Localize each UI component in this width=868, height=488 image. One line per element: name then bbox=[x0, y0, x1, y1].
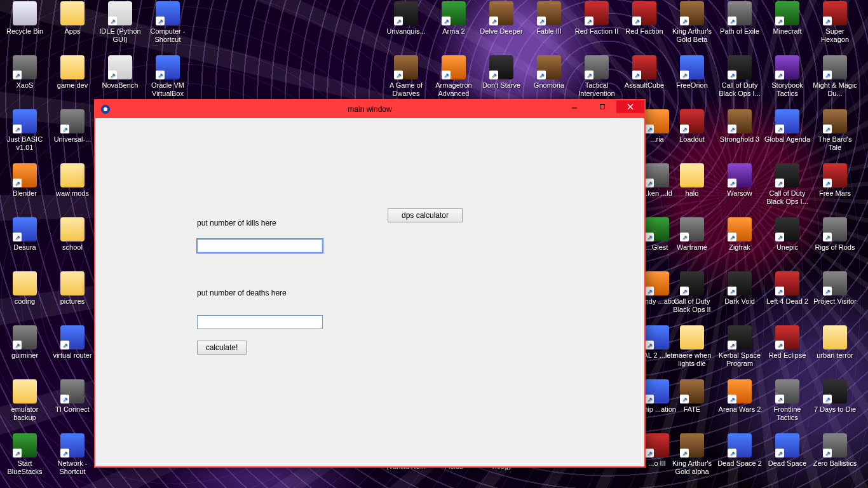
desktop-icon[interactable]: ↗Red Eclipse bbox=[764, 325, 811, 360]
dps-calculator-button[interactable]: dps calculator bbox=[388, 208, 463, 222]
desktop-icon[interactable]: game dev bbox=[49, 55, 96, 90]
desktop-icon[interactable]: ↗Red Faction bbox=[621, 1, 668, 36]
desktop-icon[interactable]: maere when lights die bbox=[668, 325, 715, 368]
shortcut-arrow-icon: ↗ bbox=[680, 287, 689, 295]
desktop-icon[interactable]: ↗guiminer bbox=[1, 325, 48, 360]
desktop-icon[interactable]: Recycle Bin bbox=[1, 1, 48, 36]
desktop-icon[interactable]: ↗FATE bbox=[668, 379, 715, 414]
desktop-icon-label: Network - Shortcut bbox=[49, 459, 96, 476]
desktop-icon[interactable]: ↗Arma 2 bbox=[430, 1, 477, 36]
desktop-icon[interactable]: ↗Might & Magic Du... bbox=[811, 55, 858, 98]
desktop-icon[interactable]: ↗Don't Starve bbox=[478, 55, 525, 90]
desktop-icon[interactable]: ↗Path of Exile bbox=[716, 1, 763, 36]
close-icon bbox=[627, 104, 634, 110]
desktop-icon[interactable]: ↗Minecraft bbox=[764, 1, 811, 36]
desktop-icon[interactable]: ↗Delve Deeper bbox=[478, 1, 525, 36]
desktop-icon[interactable]: ↗virtual router bbox=[49, 325, 96, 360]
desktop-icon[interactable]: Apps bbox=[49, 1, 96, 36]
desktop-icon[interactable]: ↗Start BlueStacks bbox=[1, 433, 48, 476]
desktop-icon[interactable]: ↗Call of Duty Black Ops II bbox=[668, 271, 715, 314]
desktop-icon[interactable]: ↗IDLE (Python GUI) bbox=[97, 1, 144, 44]
desktop-icon-label: Tactical Intervention bbox=[573, 81, 620, 98]
desktop-icon[interactable]: ↗Dead Space bbox=[764, 433, 811, 468]
desktop-icon[interactable]: ↗Gnomoria bbox=[526, 55, 573, 90]
desktop-icon[interactable]: ↗Zero Ballistics bbox=[811, 433, 858, 468]
desktop-icon-label: Global Agenda bbox=[764, 135, 811, 144]
desktop-icon[interactable]: ↗FreeOrion bbox=[668, 55, 715, 90]
icon-glyph: ↗ bbox=[537, 55, 561, 79]
desktop-icon[interactable]: ↗Global Agenda bbox=[764, 109, 811, 144]
desktop-icon[interactable]: emulator backup bbox=[1, 379, 48, 422]
desktop-icon[interactable]: ↗Armagetron Advanced bbox=[430, 55, 477, 98]
desktop-icon[interactable]: ↗Red Faction II bbox=[573, 1, 620, 36]
shortcut-arrow-icon: ↗ bbox=[728, 449, 736, 458]
desktop-icon-label: Red Eclipse bbox=[764, 351, 811, 360]
desktop-icon[interactable]: ↗Warframe bbox=[668, 217, 715, 252]
icon-glyph bbox=[60, 163, 85, 187]
desktop-icon[interactable]: ↗Fable III bbox=[526, 1, 573, 36]
desktop-icon-label: Recycle Bin bbox=[1, 27, 48, 36]
kills-input[interactable] bbox=[197, 239, 323, 253]
desktop-icon[interactable]: ↗Network - Shortcut bbox=[49, 433, 96, 476]
shortcut-arrow-icon: ↗ bbox=[645, 449, 654, 458]
desktop-icon[interactable]: ↗The Bard's Tale bbox=[811, 109, 858, 152]
desktop-icon[interactable]: ↗Universal-... bbox=[49, 109, 96, 144]
desktop-icon[interactable]: ↗Oracle VM VirtualBox bbox=[144, 55, 191, 98]
desktop-icon[interactable]: ↗Arena Wars 2 bbox=[716, 379, 763, 414]
maximize-button[interactable] bbox=[588, 100, 616, 113]
calculate-button[interactable]: calculate! bbox=[197, 341, 247, 355]
desktop-icon[interactable]: ↗Free Mars bbox=[811, 163, 858, 198]
desktop-icon-label: Unvanquis... bbox=[383, 27, 430, 36]
desktop-icon[interactable]: ↗Loadout bbox=[668, 109, 715, 144]
desktop-icon-label: Super Hexagon bbox=[811, 27, 858, 44]
icon-glyph: ↗ bbox=[728, 325, 752, 349]
desktop-icon[interactable]: halo bbox=[668, 163, 715, 198]
titlebar[interactable]: main window bbox=[95, 100, 644, 118]
minimize-button[interactable] bbox=[560, 100, 588, 113]
shortcut-arrow-icon: ↗ bbox=[442, 71, 451, 79]
desktop-icon[interactable]: coding bbox=[1, 271, 48, 306]
desktop-icon[interactable]: ↗Unepic bbox=[764, 217, 811, 252]
desktop-icon[interactable]: ↗A Game of Dwarves bbox=[383, 55, 430, 98]
desktop-icon[interactable]: ↗Storybook Tactics bbox=[764, 55, 811, 98]
desktop-icon[interactable]: ↗Frontline Tactics bbox=[764, 379, 811, 422]
desktop-icon[interactable]: ↗Desura bbox=[1, 217, 48, 252]
desktop-icon[interactable]: ↗Just BASIC v1.01 bbox=[1, 109, 48, 152]
desktop-icon[interactable]: ↗Call of Duty Black Ops I... bbox=[716, 55, 763, 98]
desktop-icon[interactable]: ↗Dead Space 2 bbox=[716, 433, 763, 468]
close-button[interactable] bbox=[616, 100, 644, 113]
shortcut-arrow-icon: ↗ bbox=[823, 71, 832, 79]
desktop-icon[interactable]: waw mods bbox=[49, 163, 96, 198]
desktop-icon[interactable]: ↗Stronghold 3 bbox=[716, 109, 763, 144]
desktop-icon[interactable]: ↗Kerbal Space Program bbox=[716, 325, 763, 368]
desktop-icon[interactable]: ↗Super Hexagon bbox=[811, 1, 858, 44]
desktop-icon[interactable]: ↗Tactical Intervention bbox=[573, 55, 620, 98]
icon-glyph: ↗ bbox=[489, 55, 513, 79]
desktop-icon[interactable]: ↗Blender bbox=[1, 163, 48, 198]
desktop-icon[interactable]: ↗Warsow bbox=[716, 163, 763, 198]
desktop-icon-label: school bbox=[49, 243, 96, 252]
desktop-icon[interactable]: ↗7 Days to Die bbox=[811, 379, 858, 414]
desktop-icon[interactable]: ↗XaoS bbox=[1, 55, 48, 90]
desktop-icon[interactable]: ↗NovaBench bbox=[97, 55, 144, 90]
desktop-icon[interactable]: school bbox=[49, 217, 96, 252]
desktop-icon[interactable]: ↗Left 4 Dead 2 bbox=[764, 271, 811, 306]
desktop-icon[interactable]: ↗Project Visitor bbox=[811, 271, 858, 306]
desktop-icon[interactable]: ↗Computer - Shortcut bbox=[144, 1, 191, 44]
desktop-icon[interactable]: ↗Dark Void bbox=[716, 271, 763, 306]
icon-glyph: ↗ bbox=[645, 271, 669, 295]
desktop-icon[interactable]: pictures bbox=[49, 271, 96, 306]
deaths-input[interactable] bbox=[197, 315, 323, 329]
icon-glyph bbox=[60, 217, 85, 241]
desktop-icon[interactable]: urban terror bbox=[811, 325, 858, 360]
desktop-icon[interactable]: ↗Zigfrak bbox=[716, 217, 763, 252]
desktop-icon[interactable]: ↗King Arthur's Gold Beta bbox=[668, 1, 715, 44]
desktop-icon[interactable]: ↗Unvanquis... bbox=[383, 1, 430, 36]
desktop-icon[interactable]: ↗Call of Duty Black Ops I... bbox=[764, 163, 811, 206]
shortcut-arrow-icon: ↗ bbox=[680, 395, 689, 403]
desktop-icon-label: Zero Ballistics bbox=[811, 459, 858, 468]
desktop-icon[interactable]: ↗TI Connect bbox=[49, 379, 96, 414]
desktop-icon[interactable]: ↗AssaultCube bbox=[621, 55, 668, 90]
desktop-icon[interactable]: ↗Rigs of Rods bbox=[811, 217, 858, 252]
desktop-icon[interactable]: ↗King Arthur's Gold alpha bbox=[668, 433, 715, 476]
